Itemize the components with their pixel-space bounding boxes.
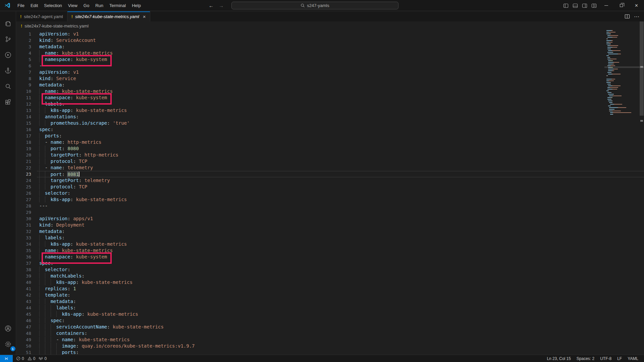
line-number: 38	[16, 266, 37, 273]
code-line-33[interactable]: 33labels:	[16, 235, 644, 241]
code-line-50[interactable]: 50image: quay.io/coreos/kube-state-metri…	[16, 343, 644, 349]
code-token: :	[59, 133, 62, 138]
tab-site24x7-agent.yaml[interactable]: !site24x7-agent.yaml	[16, 11, 67, 21]
line-number: 19	[16, 145, 37, 152]
tab-site24x7-kube-state-metrics.yaml[interactable]: !site24x7-kube-state-metrics.yaml×	[67, 11, 150, 21]
code-line-2[interactable]: 2kind: ServiceAccount	[16, 37, 644, 44]
code-line-49[interactable]: 49- name: kube-state-metrics	[16, 337, 644, 343]
remote-indicator[interactable]	[0, 355, 13, 362]
code-line-32[interactable]: 32metadata:	[16, 228, 644, 235]
command-center-search[interactable]: s247-yamls	[231, 2, 398, 9]
code-line-19[interactable]: 19port: 8080	[16, 145, 644, 152]
code-line-26[interactable]: 26selector:	[16, 190, 644, 196]
tab-label: site24x7-agent.yaml	[24, 14, 63, 19]
explorer-icon[interactable]	[0, 15, 16, 31]
radio-tower-status[interactable]: 0	[39, 356, 47, 361]
code-line-27[interactable]: 27k8s-app: kube-state-metrics	[16, 196, 644, 203]
menu-help[interactable]: Help	[129, 2, 144, 9]
error-circle-status[interactable]: 0	[16, 356, 24, 361]
code-line-15[interactable]: 15prometheus.io/scrape: 'true'	[16, 120, 644, 126]
menu-edit[interactable]: Edit	[28, 2, 41, 9]
menu-go[interactable]: Go	[80, 2, 92, 9]
status-cursor-position[interactable]: Ln 23, Col 15	[547, 356, 571, 361]
restore-button[interactable]	[614, 0, 629, 11]
status-eol[interactable]: LF	[617, 356, 622, 361]
code-line-44[interactable]: 44labels:	[16, 305, 644, 311]
code-line-34[interactable]: 34k8s-app: kube-state-metrics	[16, 241, 644, 247]
minimize-button[interactable]	[599, 0, 614, 11]
toggle-sidebar-icon[interactable]	[561, 0, 571, 11]
code-line-29[interactable]: 29	[16, 209, 644, 216]
code-token: apps/v1	[73, 216, 93, 221]
code-line-9[interactable]: 9metadata:	[16, 82, 644, 88]
menu-run[interactable]: Run	[92, 2, 106, 9]
code-line-43[interactable]: 43metadata:	[16, 298, 644, 305]
code-line-38[interactable]: 38selector:	[16, 266, 644, 273]
status-indentation[interactable]: Spaces: 2	[577, 356, 594, 361]
code-line-28[interactable]: 28---	[16, 203, 644, 209]
code-line-3[interactable]: 3metadata:	[16, 44, 644, 50]
toggle-panel-icon[interactable]	[571, 0, 580, 11]
indent-guide	[56, 343, 62, 349]
code-token: :	[67, 190, 70, 196]
code-line-51[interactable]: 51ports:	[16, 349, 644, 355]
minimap[interactable]	[606, 21, 639, 355]
breadcrumb[interactable]: ! site24x7-kube-state-metrics.yaml	[16, 21, 644, 30]
search-sidebar-icon[interactable]	[0, 78, 16, 94]
toggle-secondary-sidebar-icon[interactable]	[580, 0, 589, 11]
code-line-17[interactable]: 17ports:	[16, 133, 644, 139]
code-token: :	[73, 159, 79, 164]
code-line-25[interactable]: 25protocol: TCP	[16, 184, 644, 190]
run-and-debug-icon[interactable]	[0, 47, 16, 63]
vertical-scrollbar[interactable]	[639, 21, 644, 355]
close-tab-icon[interactable]: ×	[143, 14, 146, 19]
code-line-45[interactable]: 45k8s-app: kube-state-metrics	[16, 311, 644, 317]
forward-arrow-icon[interactable]: →	[219, 0, 224, 11]
scrollbar-thumb[interactable]	[640, 21, 644, 116]
extensions-icon[interactable]	[0, 94, 16, 110]
code-token: k8s-app	[51, 108, 70, 113]
code-line-22[interactable]: 22- name: telemetry	[16, 165, 644, 171]
menu-terminal[interactable]: Terminal	[106, 2, 129, 9]
code-line-23[interactable]: 23port: 8081	[16, 171, 644, 177]
code-line-30[interactable]: 30apiVersion: apps/v1	[16, 216, 644, 222]
code-line-31[interactable]: 31kind: Deployment	[16, 222, 644, 228]
code-line-40[interactable]: 40k8s-app: kube-state-metrics	[16, 279, 644, 286]
code-line-24[interactable]: 24targetPort: telemetry	[16, 177, 644, 184]
code-line-8[interactable]: 8kind: Service	[16, 75, 644, 82]
customize-layout-icon[interactable]	[589, 0, 599, 11]
code-line-48[interactable]: 48containers:	[16, 330, 644, 337]
code-line-21[interactable]: 21protocol: TCP	[16, 158, 644, 165]
menu-selection[interactable]: Selection	[41, 2, 65, 9]
source-control-icon[interactable]	[0, 31, 16, 47]
back-arrow-icon[interactable]: ←	[209, 0, 214, 11]
close-window-button[interactable]: ✕	[629, 0, 644, 11]
code-line-41[interactable]: 41replicas: 1	[16, 286, 644, 292]
status-language-mode[interactable]: YAML	[628, 356, 638, 361]
menu-view[interactable]: View	[65, 2, 80, 9]
code-line-47[interactable]: 47serviceAccountName: kube-state-metrics	[16, 324, 644, 330]
split-editor-icon[interactable]	[625, 14, 630, 19]
line-number: 28	[16, 203, 37, 209]
more-actions-icon[interactable]: ⋯	[634, 13, 639, 20]
code-line-16[interactable]: 16spec:	[16, 126, 644, 133]
code-token: :	[51, 38, 56, 43]
code-token: :	[62, 165, 67, 170]
account-icon[interactable]	[0, 320, 16, 336]
status-encoding[interactable]: UTF-8	[600, 356, 611, 361]
code-line-42[interactable]: 42template:	[16, 292, 644, 298]
code-line-14[interactable]: 14annotations:	[16, 114, 644, 120]
code-line-13[interactable]: 13k8s-app: kube-state-metrics	[16, 107, 644, 114]
code-line-18[interactable]: 18- name: http-metrics	[16, 139, 644, 145]
code-token: :	[67, 286, 73, 291]
code-line-7[interactable]: 7apiVersion: v1	[16, 69, 644, 75]
indent-guide	[39, 133, 45, 139]
code-line-39[interactable]: 39matchLabels:	[16, 273, 644, 279]
settings-gear-icon[interactable]: 1	[0, 336, 16, 352]
warning-triangle-status[interactable]: 0	[28, 356, 36, 361]
menu-file[interactable]: File	[14, 2, 28, 9]
code-line-1[interactable]: 1apiVersion: v1	[16, 31, 644, 37]
code-line-20[interactable]: 20targetPort: http-metrics	[16, 152, 644, 158]
code-line-46[interactable]: 46spec:	[16, 317, 644, 324]
anchor-icon[interactable]	[0, 63, 16, 78]
